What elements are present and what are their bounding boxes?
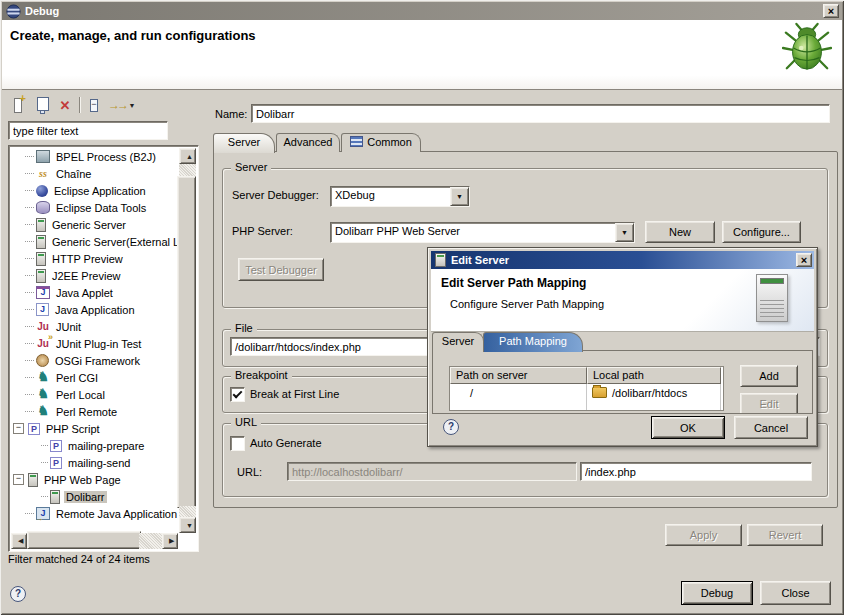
- scroll-track[interactable]: [139, 533, 162, 549]
- url-group-title: URL: [231, 416, 261, 428]
- tree-item-java-applet[interactable]: JJava Applet: [11, 284, 179, 301]
- scroll-left-button[interactable]: ◀: [11, 533, 27, 549]
- tree-item-php-web-page[interactable]: −PHP Web Page: [11, 471, 179, 488]
- tree-item-generic-server-external-la[interactable]: Generic Server(External La: [11, 233, 179, 250]
- tree-item-http-preview[interactable]: HTTP Preview: [11, 250, 179, 267]
- panel-sash[interactable]: [202, 93, 205, 566]
- tab-server[interactable]: Server: [213, 133, 275, 153]
- auto-generate-checkbox[interactable]: [230, 436, 245, 451]
- close-button[interactable]: Close: [760, 581, 831, 605]
- tree-item-perl-remote[interactable]: ♞Perl Remote: [11, 403, 179, 420]
- server-debugger-select[interactable]: XDebug ▼: [330, 186, 470, 207]
- tree-item-label: Generic Server(External La: [50, 236, 179, 248]
- duplicate-configuration-button[interactable]: [31, 95, 51, 115]
- tree-item-java-application[interactable]: JJava Application: [11, 301, 179, 318]
- tab-advanced[interactable]: Advanced: [276, 133, 340, 152]
- tree-item-label: Perl CGI: [54, 372, 100, 384]
- tree-item-perl-cgi[interactable]: ♞Perl CGI: [11, 369, 179, 386]
- php-server-select[interactable]: Dolibarr PHP Web Server ▼: [330, 222, 635, 243]
- tree-item-remote-java-application[interactable]: JRemote Java Application: [11, 505, 179, 522]
- apply-button[interactable]: Apply: [665, 524, 742, 546]
- tree-item-j2ee-preview[interactable]: J2EE Preview: [11, 267, 179, 284]
- configure-server-button[interactable]: Configure...: [722, 221, 801, 243]
- scroll-thumb[interactable]: [177, 176, 196, 508]
- scroll-thumb[interactable]: [27, 531, 141, 549]
- tree-item-cha-ne[interactable]: ssChaîne: [11, 165, 179, 182]
- scroll-track[interactable]: [179, 164, 196, 176]
- tree-item-label: PHP Web Page: [42, 474, 123, 486]
- tree-item-label: mailing-prepare: [66, 440, 146, 452]
- dialog-tab-path-mapping[interactable]: Path Mapping: [483, 332, 583, 352]
- config-tree: BPEL Process (B2J)ssChaîneEclipse Applic…: [11, 148, 179, 533]
- tree-item-dolibarr[interactable]: Dolibarr: [11, 488, 179, 505]
- dialog-heading: Edit Server Path Mapping: [441, 276, 586, 290]
- php-icon: P: [50, 457, 62, 469]
- cancel-button[interactable]: Cancel: [734, 416, 808, 439]
- mapping-row[interactable]: //dolibarr/htdocs: [450, 384, 723, 401]
- debug-button[interactable]: Debug: [681, 581, 753, 605]
- dialog-tab-server[interactable]: Server: [432, 332, 484, 351]
- tab-common[interactable]: Common: [341, 133, 421, 152]
- column-header-path-on-server[interactable]: Path on server: [450, 367, 587, 384]
- chaine-icon: ss: [36, 167, 50, 180]
- tree-item-label: BPEL Process (B2J): [54, 151, 158, 163]
- dialog-title: Edit Server: [451, 254, 509, 266]
- tree-item-label: mailing-send: [66, 457, 132, 469]
- tree-item-label: Java Applet: [54, 287, 115, 299]
- column-header-local-path[interactable]: Local path: [587, 367, 721, 384]
- dialog-header: Edit Server Path Mapping Configure Serve…: [431, 269, 814, 332]
- collapse-expander-icon[interactable]: −: [13, 474, 24, 485]
- path-mapping-table[interactable]: Path on serverLocal path //dolibarr/htdo…: [449, 366, 724, 411]
- help-icon[interactable]: ?: [10, 586, 26, 602]
- tree-item-bpel-process-b2j[interactable]: BPEL Process (B2J): [11, 148, 179, 165]
- tree-item-generic-server[interactable]: Generic Server: [11, 216, 179, 233]
- dialog-help-icon[interactable]: ?: [443, 419, 459, 435]
- tree-item-junit[interactable]: JuJUnit: [11, 318, 179, 335]
- scroll-right-button[interactable]: ▶: [162, 533, 178, 549]
- tree-item-eclipse-data-tools[interactable]: Eclipse Data Tools: [11, 199, 179, 216]
- filter-input[interactable]: [8, 121, 168, 140]
- server-icon: [36, 235, 46, 249]
- revert-button[interactable]: Revert: [747, 524, 823, 546]
- window-close-button[interactable]: ×: [823, 4, 839, 18]
- tree-item-label: JUnit: [54, 321, 83, 333]
- collapse-expander-icon[interactable]: −: [13, 423, 24, 434]
- edit-mapping-button[interactable]: Edit: [740, 393, 798, 414]
- tree-item-php-script[interactable]: −PPHP Script: [11, 420, 179, 437]
- add-mapping-button[interactable]: Add: [740, 365, 798, 387]
- dialog-footer: ? OK Cancel: [431, 412, 814, 443]
- php-server-label: PHP Server:: [232, 225, 293, 237]
- camel-icon: ♞: [36, 388, 50, 401]
- ok-button[interactable]: OK: [651, 416, 725, 439]
- tree-item-junit-plug-in-test[interactable]: JuJUnit Plug-in Test: [11, 335, 179, 352]
- server-tower-image: [756, 274, 788, 322]
- scroll-up-button[interactable]: ▲: [179, 148, 196, 164]
- delete-configuration-button[interactable]: ✕: [55, 95, 75, 115]
- break-at-first-line-checkbox[interactable]: [230, 387, 245, 402]
- tree-item-label: JUnit Plug-in Test: [54, 338, 143, 350]
- filter-icon: →→: [108, 98, 126, 112]
- toolbar-menu-caret[interactable]: ▼: [126, 95, 138, 115]
- tree-item-mailing-prepare[interactable]: Pmailing-prepare: [11, 437, 179, 454]
- applet-icon: J: [36, 286, 50, 299]
- file-group-title: File: [231, 322, 257, 334]
- php-icon: P: [50, 440, 62, 452]
- tree-item-mailing-send[interactable]: Pmailing-send: [11, 454, 179, 471]
- scroll-down-button[interactable]: ▼: [179, 517, 196, 533]
- dropdown-arrow-icon[interactable]: ▼: [450, 187, 469, 206]
- scroll-track[interactable]: [179, 506, 196, 517]
- filter-configurations-button[interactable]: →→: [107, 95, 127, 115]
- new-configuration-button[interactable]: [8, 95, 28, 115]
- dropdown-arrow-icon[interactable]: ▼: [615, 223, 634, 242]
- url-path-input[interactable]: [580, 462, 812, 481]
- dialog-close-button[interactable]: ×: [796, 253, 812, 267]
- tree-item-label: Perl Local: [54, 389, 107, 401]
- name-input[interactable]: [251, 104, 830, 123]
- table-header-row: Path on serverLocal path: [450, 367, 723, 384]
- tree-item-perl-local[interactable]: ♞Perl Local: [11, 386, 179, 403]
- test-debugger-button[interactable]: Test Debugger: [238, 258, 324, 281]
- collapse-all-button[interactable]: −: [84, 95, 104, 115]
- tree-item-eclipse-application[interactable]: Eclipse Application: [11, 182, 179, 199]
- tree-item-osgi-framework[interactable]: OSGi Framework: [11, 352, 179, 369]
- new-server-button[interactable]: New: [645, 221, 715, 243]
